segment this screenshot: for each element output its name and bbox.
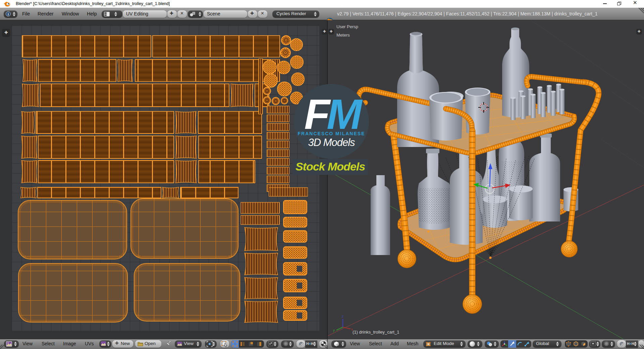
- svg-text:z: z: [342, 314, 343, 318]
- svg-text:y: y: [333, 329, 335, 332]
